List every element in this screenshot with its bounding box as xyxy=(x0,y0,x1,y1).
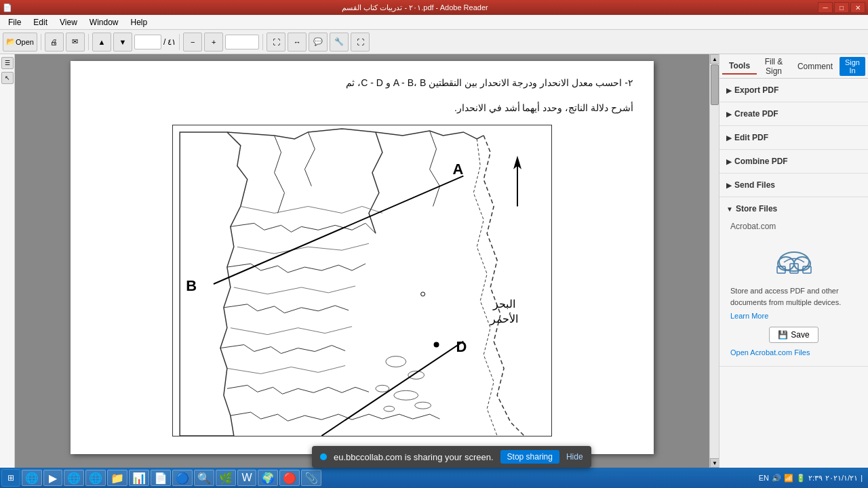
combine-pdf-section[interactable]: ▶ Combine PDF xyxy=(719,150,868,174)
store-files-header[interactable]: ▼ Store Files xyxy=(725,201,863,216)
maximize-button[interactable]: □ xyxy=(834,2,849,13)
vertical-scrollbar[interactable]: ▲ ▼ xyxy=(709,54,719,468)
combine-pdf-label: Combine PDF xyxy=(734,157,788,166)
zoom-out-button[interactable]: − xyxy=(183,33,202,52)
fullscreen-button[interactable]: ⛶ xyxy=(351,33,370,52)
send-files-header[interactable]: ▶ Send Files xyxy=(725,178,863,192)
window-controls: ─ □ ✕ xyxy=(818,2,865,13)
menu-edit[interactable]: Edit xyxy=(28,16,53,28)
sign-in-button[interactable]: Sign In xyxy=(840,57,865,76)
print-prev-button[interactable]: 🖨 xyxy=(45,33,64,52)
open-icon: 📂 xyxy=(6,37,16,46)
select-tool[interactable]: ↖ xyxy=(1,72,14,84)
scroll-thumb[interactable] xyxy=(711,64,719,105)
fit-width-button[interactable]: ↔ xyxy=(288,33,307,52)
acrobat-description: Store and access PDF and other documents… xyxy=(730,285,857,308)
open-acrobat-link[interactable]: Open Acrobat.com Files xyxy=(730,348,857,357)
scroll-up-arrow[interactable]: ▲ xyxy=(710,54,719,64)
save-button[interactable]: 💾 Save xyxy=(769,327,818,343)
menu-window[interactable]: Window xyxy=(84,16,124,28)
menu-view[interactable]: View xyxy=(54,16,83,28)
taskbar-quicklaunch-3[interactable]: 🌐 xyxy=(64,470,84,486)
titlebar-icon: 📄 xyxy=(3,3,12,12)
tray-time: ٢:٣٩ xyxy=(808,474,823,483)
sharing-bar: eu.bbccollab.com is sharing your screen.… xyxy=(312,446,591,468)
taskbar-search[interactable]: 🔍 xyxy=(194,470,214,486)
taskbar-app3[interactable]: 📎 xyxy=(301,470,321,486)
map-svg: A B D البحر الأحمر xyxy=(173,125,551,436)
taskbar-powerpoint[interactable]: 📊 xyxy=(129,470,149,486)
zoom-input[interactable]: ١٠٠٪ xyxy=(225,35,259,49)
prev-page-button[interactable]: ▲ xyxy=(92,33,111,52)
hide-button[interactable]: Hide xyxy=(566,452,583,462)
scroll-down-arrow[interactable]: ▼ xyxy=(710,458,719,468)
create-pdf-arrow: ▶ xyxy=(726,110,732,118)
sharing-indicator xyxy=(320,453,327,460)
store-files-section[interactable]: ▼ Store Files Acrobat.com xyxy=(719,197,868,367)
send-files-label: Send Files xyxy=(734,180,775,190)
taskbar-ie[interactable]: 🌐 xyxy=(85,470,106,486)
comment-tab[interactable]: Comment xyxy=(791,59,840,74)
show-desktop[interactable]: | xyxy=(861,474,863,482)
pdf-page: ٢- احسب معدل الانحدار ودرجة الانحدار بين… xyxy=(71,61,654,454)
create-pdf-section[interactable]: ▶ Create PDF xyxy=(719,102,868,126)
arabic-text-2: أشرح دلالة الناتج، وحدد أيهما أشد في الا… xyxy=(91,100,633,117)
save-icon: 💾 xyxy=(778,330,788,340)
taskbar-word[interactable]: W xyxy=(237,470,256,486)
fill-sign-tab[interactable]: Fill & Sign xyxy=(757,54,791,79)
export-pdf-header[interactable]: ▶ Export PDF xyxy=(725,83,863,98)
tray-lang[interactable]: EN xyxy=(759,474,769,482)
learn-more-link[interactable]: Learn More xyxy=(730,312,857,320)
taskbar-pdf-active active[interactable]: 📄 xyxy=(151,470,171,486)
arabic-text-1: ٢- احسب معدل الانحدار ودرجة الانحدار بين… xyxy=(91,75,633,92)
taskbar-tree[interactable]: 🌿 xyxy=(216,470,236,486)
edit-pdf-section[interactable]: ▶ Edit PDF xyxy=(719,126,868,150)
close-button[interactable]: ✕ xyxy=(850,2,865,13)
page-separator: / xyxy=(163,37,165,47)
tools-tab[interactable]: Tools xyxy=(722,58,757,75)
create-pdf-header[interactable]: ▶ Create PDF xyxy=(725,106,863,121)
taskbar-quicklaunch-2[interactable]: ▶ xyxy=(43,470,62,486)
send-files-arrow: ▶ xyxy=(726,182,732,189)
combine-pdf-arrow: ▶ xyxy=(726,158,732,165)
stop-sharing-button[interactable]: Stop sharing xyxy=(500,450,559,464)
zoom-in-button[interactable]: + xyxy=(204,33,223,52)
email-button[interactable]: ✉ xyxy=(66,33,85,52)
taskbar-explorer[interactable]: 📁 xyxy=(107,470,127,486)
tray-battery[interactable]: 🔋 xyxy=(796,474,806,483)
tools-button[interactable]: 🔧 xyxy=(330,33,349,52)
tray-network[interactable]: 📶 xyxy=(784,474,793,483)
menu-help[interactable]: Help xyxy=(125,16,153,28)
taskbar-globe[interactable]: 🌍 xyxy=(258,470,278,486)
taskbar-app2[interactable]: 🔴 xyxy=(279,470,300,486)
tray-volume[interactable]: 🔊 xyxy=(772,474,781,483)
edit-pdf-header[interactable]: ▶ Edit PDF xyxy=(725,130,863,145)
start-button[interactable]: ⊞ xyxy=(1,469,20,487)
acrobat-section: Acrobat.com Store and acce xyxy=(725,216,863,362)
page-input[interactable]: ٥٢ xyxy=(134,35,161,49)
hand-tool[interactable]: ☰ xyxy=(1,57,14,69)
toolbar-separator-2 xyxy=(88,34,89,50)
scroll-track[interactable] xyxy=(710,64,719,458)
combine-pdf-header[interactable]: ▶ Combine PDF xyxy=(725,154,863,169)
toolbar-separator xyxy=(41,34,41,50)
svg-text:B: B xyxy=(186,277,197,294)
cloud-icon-container xyxy=(730,238,857,279)
fit-page-button[interactable]: ⛶ xyxy=(267,33,285,52)
export-pdf-section[interactable]: ▶ Export PDF xyxy=(719,79,868,102)
menubar: File Edit View Window Help xyxy=(0,15,868,30)
menu-file[interactable]: File xyxy=(3,16,26,28)
minimize-button[interactable]: ─ xyxy=(818,2,833,13)
store-files-label: Store Files xyxy=(736,204,777,214)
next-page-button[interactable]: ▼ xyxy=(113,33,132,52)
taskbar-quicklaunch-1[interactable]: 🌐 xyxy=(22,470,42,486)
acrobat-title: Acrobat.com xyxy=(730,222,857,231)
titlebar: 📄 ٢٠١ - تدريبات كتاب القسم.pdf - Adobe R… xyxy=(0,0,868,15)
open-button[interactable]: 📂 Open xyxy=(3,33,37,52)
cloud-sync-icon xyxy=(767,238,821,279)
taskbar-chrome[interactable]: 🔵 xyxy=(172,470,193,486)
comment-button[interactable]: 💬 xyxy=(309,33,328,52)
page-area[interactable]: ٢- احسب معدل الانحدار ودرجة الانحدار بين… xyxy=(15,54,709,468)
send-files-section[interactable]: ▶ Send Files xyxy=(719,174,868,197)
toolbar-separator-3 xyxy=(179,34,180,50)
